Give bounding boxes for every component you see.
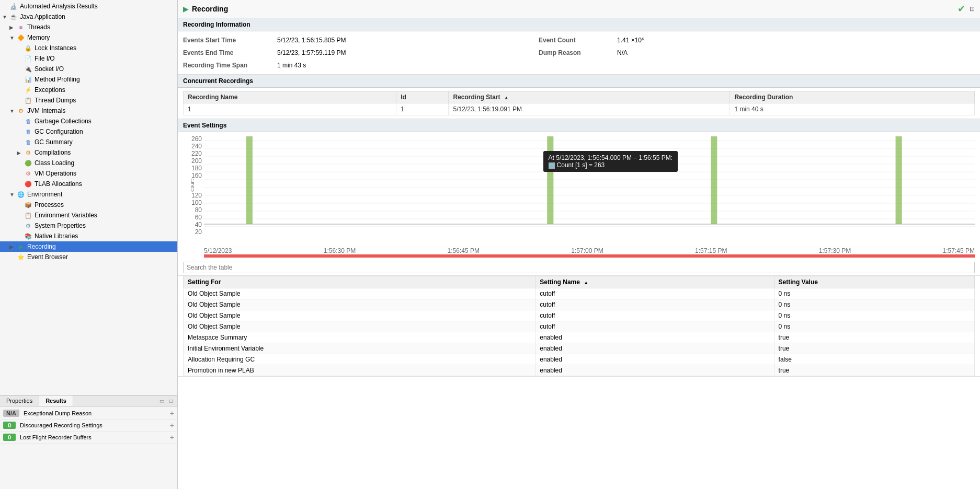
sidebar-item-tlab-allocations[interactable]: 🔴TLAB Allocations: [0, 179, 177, 189]
maximize-btn[interactable]: □: [167, 397, 175, 405]
item-label: Java Application: [20, 13, 65, 20]
sidebar-item-recording[interactable]: ▶▶Recording: [0, 241, 177, 252]
bottom-tabs: Properties Results ▭ □: [0, 395, 177, 406]
sidebar-item-gc-summary[interactable]: 🗑GC Summary: [0, 137, 177, 147]
sidebar-item-event-browser[interactable]: ⭐Event Browser: [0, 252, 177, 262]
settings-wrapper: Setting For Setting Name ▲ Setting Value…: [178, 276, 980, 376]
sidebar-item-class-loading[interactable]: 🟢Class Loading: [0, 158, 177, 168]
result-add-btn[interactable]: +: [170, 433, 174, 441]
result-add-btn[interactable]: +: [170, 421, 174, 429]
col-setting-for[interactable]: Setting For: [184, 276, 535, 288]
sidebar: 🔬Automated Analysis Results▼☕Java Applic…: [0, 0, 178, 489]
concurrent-recordings-table: Recording Name Id Recording Start ▲ Reco…: [183, 91, 975, 115]
item-icon: 📄: [24, 54, 32, 63]
item-icon: 🌐: [17, 190, 25, 199]
events-start-label: Events Start Time: [183, 36, 277, 45]
tree-arrow: ▶: [9, 25, 17, 30]
concurrent-recordings-header: Concurrent Recordings: [178, 75, 980, 88]
table-row[interactable]: Initial Environment Variableenabledtrue: [184, 343, 975, 354]
col-recording-name[interactable]: Recording Name: [184, 91, 396, 103]
result-badge: N/A: [3, 410, 19, 417]
item-label: JVM Internals: [27, 107, 65, 114]
recording-info-grid: Events Start Time 5/12/23, 1:56:15.805 P…: [178, 31, 980, 74]
table-row[interactable]: Old Object Samplecutoff0 ns: [184, 310, 975, 321]
sidebar-item-garbage-collections[interactable]: 🗑Garbage Collections: [0, 116, 177, 126]
item-icon: 🔌: [24, 65, 32, 73]
table-row[interactable]: Old Object Samplecutoff0 ns: [184, 288, 975, 299]
sidebar-item-method-profiling[interactable]: 📊Method Profiling: [0, 74, 177, 85]
chart-container: 260 240 220 200 180 160 Count 120 100 80…: [178, 132, 980, 258]
item-icon: 🗑: [24, 127, 32, 136]
sidebar-item-automated-analysis[interactable]: 🔬Automated Analysis Results: [0, 1, 177, 11]
item-icon: 📋: [24, 96, 32, 104]
item-label: Event Browser: [27, 253, 68, 261]
sidebar-item-file-io[interactable]: 📄File I/O: [0, 53, 177, 64]
table-row[interactable]: Allocation Requiring GCenabledfalse: [184, 354, 975, 365]
result-badge: 0: [3, 422, 16, 429]
chart-tooltip: At 5/12/2023, 1:56:54.000 PM – 1:56:55 P…: [543, 151, 678, 172]
dump-reason-label: Dump Reason: [539, 48, 617, 57]
col-recording-start[interactable]: Recording Start ▲: [449, 91, 730, 103]
item-label: Environment: [27, 191, 62, 198]
sidebar-item-lock-instances[interactable]: 🔒Lock Instances: [0, 43, 177, 53]
tree-arrow: ▼: [9, 192, 17, 197]
sidebar-item-environment[interactable]: ▼🌐Environment: [0, 189, 177, 200]
item-icon: 🗑: [24, 138, 32, 146]
tree-arrow: ▶: [17, 150, 24, 156]
event-settings-header: Event Settings: [178, 119, 980, 132]
tab-results[interactable]: Results: [39, 395, 73, 406]
item-icon: ⚙: [17, 107, 25, 115]
sidebar-item-socket-io[interactable]: 🔌Socket I/O: [0, 64, 177, 74]
restore-btn[interactable]: ▭: [157, 397, 166, 405]
item-icon: 📦: [24, 201, 32, 209]
sidebar-item-vm-operations[interactable]: ⚙VM Operations: [0, 168, 177, 179]
events-start-value: 5/12/23, 1:56:15.805 PM: [277, 36, 539, 45]
item-label: Environment Variables: [35, 212, 97, 219]
table-row[interactable]: Old Object Samplecutoff0 ns: [184, 321, 975, 332]
col-recording-duration[interactable]: Recording Duration: [730, 91, 975, 103]
sidebar-item-processes[interactable]: 📦Processes: [0, 200, 177, 210]
table-row[interactable]: Old Object Samplecutoff0 ns: [184, 299, 975, 310]
sidebar-item-system-properties[interactable]: ⚙System Properties: [0, 220, 177, 231]
table-row[interactable]: 115/12/23, 1:56:19.091 PM1 min 40 s: [184, 103, 975, 115]
result-item: 0Lost Flight Recorder Buffers+: [0, 432, 177, 444]
sidebar-item-environment-variables[interactable]: 📋Environment Variables: [0, 210, 177, 220]
chart-y-axis: 260 240 220 200 180 160 Count 120 100 80…: [183, 135, 204, 246]
sidebar-item-jvm-internals[interactable]: ▼⚙JVM Internals: [0, 106, 177, 116]
item-icon: 📊: [24, 75, 32, 84]
chart-svg: [204, 135, 975, 235]
item-label: Class Loading: [35, 159, 74, 167]
sidebar-item-java-application[interactable]: ▼☕Java Application: [0, 11, 177, 22]
col-id[interactable]: Id: [396, 91, 449, 103]
sidebar-item-exceptions[interactable]: ⚡Exceptions: [0, 85, 177, 95]
recording-info-header: Recording Information: [178, 18, 980, 31]
sidebar-item-threads[interactable]: ▶≡Threads: [0, 22, 177, 32]
result-label: Discouraged Recording Settings: [20, 422, 170, 428]
item-icon: ⚙: [24, 222, 32, 230]
result-item: N/AExceptional Dump Reason+: [0, 408, 177, 420]
item-icon: 🔒: [24, 44, 32, 52]
item-icon: 🗑: [24, 117, 32, 125]
tab-properties[interactable]: Properties: [0, 395, 39, 406]
tree-arrow: ▼: [2, 14, 9, 20]
table-row[interactable]: Promotion in new PLABenabledtrue: [184, 365, 975, 376]
item-label: Automated Analysis Results: [20, 3, 98, 10]
sidebar-item-gc-configuration[interactable]: 🗑GC Configuration: [0, 126, 177, 137]
timeline-bar[interactable]: [204, 254, 975, 258]
sidebar-item-native-libraries[interactable]: 📚Native Libraries: [0, 231, 177, 241]
item-label: Socket I/O: [35, 65, 64, 73]
sidebar-item-memory[interactable]: ▼🔶Memory: [0, 32, 177, 43]
sidebar-item-thread-dumps[interactable]: 📋Thread Dumps: [0, 95, 177, 106]
col-setting-value[interactable]: Setting Value: [774, 276, 974, 288]
table-row[interactable]: Metaspace Summaryenabledtrue: [184, 332, 975, 343]
sidebar-item-compilations[interactable]: ▶⚙Compilations: [0, 147, 177, 158]
search-input[interactable]: [183, 262, 975, 273]
expand-btn[interactable]: ⊡: [970, 5, 975, 13]
item-label: Thread Dumps: [35, 97, 76, 104]
result-add-btn[interactable]: +: [170, 409, 174, 417]
col-setting-name[interactable]: Setting Name ▲: [535, 276, 774, 288]
item-icon: 📚: [24, 232, 32, 240]
svg-rect-13: [547, 136, 553, 224]
item-label: GC Summary: [35, 138, 73, 146]
tooltip-time: At 5/12/2023, 1:56:54.000 PM – 1:56:55 P…: [549, 154, 673, 161]
